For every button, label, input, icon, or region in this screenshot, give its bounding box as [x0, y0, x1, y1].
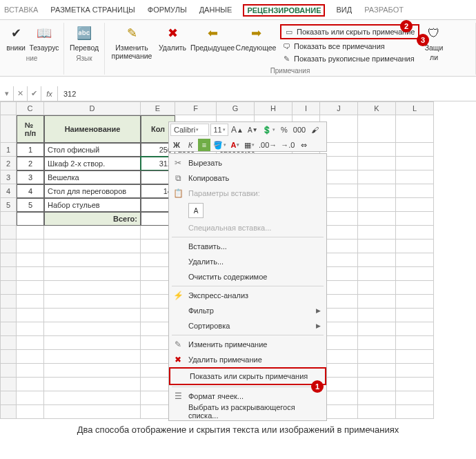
- col-F[interactable]: F: [175, 101, 217, 115]
- row-header[interactable]: [0, 295, 17, 309]
- cell[interactable]: [44, 226, 141, 240]
- cell[interactable]: [17, 350, 44, 364]
- ctx-edit-comment[interactable]: ✎Изменить примечание: [169, 337, 326, 352]
- cell[interactable]: [44, 391, 141, 405]
- cell[interactable]: [358, 157, 396, 170]
- cell[interactable]: [44, 350, 141, 364]
- cell[interactable]: [44, 281, 141, 295]
- cell[interactable]: [17, 212, 44, 226]
- cell[interactable]: [44, 295, 141, 309]
- cell[interactable]: [396, 157, 434, 170]
- cell[interactable]: [17, 322, 44, 336]
- font-select[interactable]: Calibri: [170, 124, 209, 136]
- cell[interactable]: [44, 322, 141, 336]
- ctx-delete[interactable]: Удалить...: [169, 254, 326, 269]
- col-G[interactable]: G: [217, 101, 255, 115]
- col-D[interactable]: D: [44, 101, 141, 115]
- cell[interactable]: [17, 309, 44, 322]
- tab-formulas[interactable]: ФОРМУЛЫ: [146, 4, 188, 17]
- fill-color-button[interactable]: 🪣: [212, 139, 228, 151]
- cell[interactable]: [396, 391, 434, 405]
- cell[interactable]: [358, 115, 396, 143]
- next-comment-button[interactable]: ➡ Следующее: [236, 23, 276, 53]
- cell[interactable]: [358, 143, 396, 157]
- cell[interactable]: [17, 378, 44, 391]
- cell[interactable]: [358, 350, 396, 364]
- cell[interactable]: [358, 267, 396, 281]
- increase-decimal-button[interactable]: .00→: [257, 139, 278, 151]
- tab-insert[interactable]: ВСТАВКА: [3, 4, 39, 17]
- ctx-cut[interactable]: ✂Вырезать: [169, 155, 326, 170]
- cell[interactable]: [44, 405, 141, 419]
- cell[interactable]: [358, 336, 396, 350]
- cell[interactable]: [17, 295, 44, 309]
- tab-page-layout[interactable]: РАЗМЕТКА СТРАНИЦЫ: [49, 4, 136, 17]
- cell-num[interactable]: 4: [17, 184, 44, 198]
- cell-num[interactable]: 2: [17, 157, 44, 170]
- formula-bar-confirm[interactable]: ✔: [28, 86, 41, 101]
- corner-select-all[interactable]: [0, 101, 17, 115]
- col-L[interactable]: L: [396, 101, 434, 115]
- formula-bar-cancel[interactable]: ✕: [14, 86, 28, 101]
- cell[interactable]: [17, 391, 44, 405]
- cell[interactable]: [396, 350, 434, 364]
- cell[interactable]: [396, 115, 434, 143]
- row-header[interactable]: [0, 226, 17, 240]
- row-header[interactable]: [0, 405, 17, 419]
- cell[interactable]: [396, 267, 434, 281]
- cell[interactable]: [44, 253, 141, 267]
- cell[interactable]: [358, 253, 396, 267]
- paste-option-values[interactable]: A: [188, 203, 204, 218]
- tab-developer[interactable]: РАЗРАБОТ: [363, 4, 405, 17]
- ctx-filter[interactable]: Фильтр▶: [169, 303, 326, 318]
- row-total-header[interactable]: [0, 212, 17, 226]
- ctx-sort[interactable]: Сортировка▶: [169, 318, 326, 333]
- font-size-select[interactable]: 11: [210, 124, 228, 136]
- ctx-quick-analysis[interactable]: ⚡Экспресс-анализ: [169, 288, 326, 303]
- align-button[interactable]: ≡: [198, 139, 210, 151]
- cell[interactable]: [17, 253, 44, 267]
- cell[interactable]: [44, 267, 141, 281]
- cell[interactable]: [396, 170, 434, 184]
- col-I[interactable]: I: [292, 101, 320, 115]
- row-4-header[interactable]: 4: [0, 184, 17, 198]
- cell[interactable]: [396, 212, 434, 226]
- cell[interactable]: [17, 364, 44, 378]
- cell[interactable]: [17, 336, 44, 350]
- format-painter-icon[interactable]: 🖌: [308, 124, 321, 136]
- tab-view[interactable]: ВИД: [335, 4, 353, 17]
- cell-name[interactable]: Вешелка: [44, 170, 141, 184]
- row-header[interactable]: [0, 309, 17, 322]
- cell[interactable]: [358, 281, 396, 295]
- col-E[interactable]: E: [141, 101, 175, 115]
- col-C[interactable]: C: [17, 101, 44, 115]
- col-K[interactable]: K: [358, 101, 396, 115]
- cell[interactable]: [44, 378, 141, 391]
- cell[interactable]: [396, 184, 434, 198]
- cell[interactable]: [17, 281, 44, 295]
- fx-icon[interactable]: fx: [41, 86, 58, 101]
- font-color-button[interactable]: A: [229, 139, 241, 151]
- row-header[interactable]: [0, 364, 17, 378]
- formula-value[interactable]: 312: [58, 90, 76, 98]
- cell[interactable]: [396, 322, 434, 336]
- cell[interactable]: [358, 184, 396, 198]
- row-header[interactable]: [0, 322, 17, 336]
- cell[interactable]: [358, 309, 396, 322]
- cell[interactable]: [396, 336, 434, 350]
- show-hide-comment-button[interactable]: ▭ Показать или скрыть примечание: [280, 24, 419, 39]
- cell[interactable]: [358, 198, 396, 212]
- col-H[interactable]: H: [255, 101, 292, 115]
- edit-comment-button[interactable]: ✎ Изменить примечание: [109, 23, 155, 61]
- cell[interactable]: [396, 253, 434, 267]
- cell[interactable]: [17, 267, 44, 281]
- decrease-decimal-button[interactable]: →.0: [279, 139, 296, 151]
- row-5-header[interactable]: 5: [0, 198, 17, 212]
- row-header[interactable]: [0, 267, 17, 281]
- cell[interactable]: [358, 378, 396, 391]
- spellcheck-button[interactable]: ✔ вники: [4, 23, 28, 53]
- ctx-copy[interactable]: ⧉Копировать: [169, 170, 326, 186]
- ctx-clear[interactable]: Очистить содержимое: [169, 269, 326, 284]
- cell[interactable]: [44, 364, 141, 378]
- col-J[interactable]: J: [320, 101, 358, 115]
